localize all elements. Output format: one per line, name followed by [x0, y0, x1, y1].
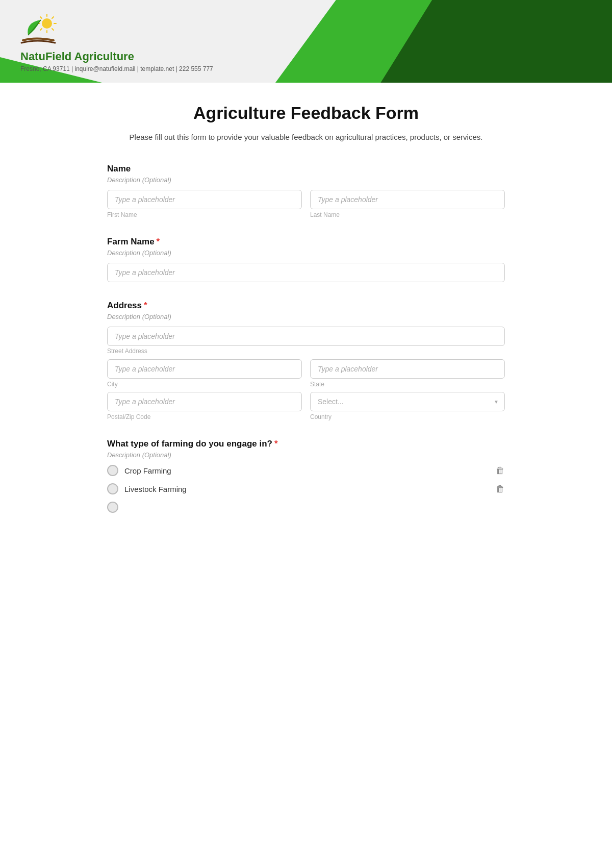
header: NatuField Agriculture Fresno, CA 93711 |… — [0, 0, 612, 83]
address-description: Description (Optional) — [107, 313, 505, 320]
crop-farming-radio[interactable] — [107, 465, 118, 476]
other-farming-radio[interactable] — [107, 502, 118, 513]
city-input[interactable] — [107, 359, 302, 379]
name-description: Description (Optional) — [107, 176, 505, 184]
farming-type-required: * — [274, 439, 278, 449]
livestock-farming-radio[interactable] — [107, 483, 118, 494]
name-label: Name — [107, 164, 505, 174]
farm-name-description: Description (Optional) — [107, 249, 505, 257]
name-section: Name Description (Optional) First Name L… — [107, 164, 505, 218]
company-logo — [20, 12, 61, 48]
state-group: State — [310, 359, 505, 388]
postal-sublabel: Postal/Zip Code — [107, 413, 302, 420]
address-section: Address* Description (Optional) Street A… — [107, 301, 505, 420]
city-state-row: City State — [107, 359, 505, 388]
address-label: Address* — [107, 301, 505, 311]
crop-farming-label: Crop Farming — [124, 466, 171, 475]
svg-line-6 — [52, 29, 54, 30]
farm-name-input[interactable] — [107, 263, 505, 282]
last-name-sublabel: Last Name — [310, 211, 505, 218]
last-name-input[interactable] — [310, 190, 505, 209]
other-farming-left — [107, 502, 124, 513]
company-name: NatuField Agriculture — [20, 50, 592, 63]
first-name-sublabel: First Name — [107, 211, 302, 218]
state-input[interactable] — [310, 359, 505, 379]
name-row: First Name Last Name — [107, 190, 505, 218]
livestock-farming-label: Livestock Farming — [124, 485, 187, 493]
country-select[interactable]: Select... United States Canada Australia… — [310, 392, 505, 411]
crop-farming-delete-icon[interactable]: 🗑 — [496, 465, 505, 476]
street-sublabel: Street Address — [107, 348, 147, 355]
other-farming-option — [107, 502, 505, 513]
header-content: NatuField Agriculture Fresno, CA 93711 |… — [0, 0, 612, 83]
farm-name-required: * — [157, 237, 160, 246]
svg-line-5 — [40, 17, 42, 18]
crop-farming-option: Crop Farming 🗑 — [107, 465, 505, 476]
svg-point-0 — [42, 18, 52, 29]
last-name-group: Last Name — [310, 190, 505, 218]
svg-line-7 — [52, 17, 54, 18]
main-content: Agriculture Feedback Form Please fill ou… — [76, 83, 536, 562]
country-group: Select... United States Canada Australia… — [310, 392, 505, 420]
city-group: City — [107, 359, 302, 388]
svg-line-8 — [40, 29, 42, 30]
farming-type-description: Description (Optional) — [107, 451, 505, 459]
postal-group: Postal/Zip Code — [107, 392, 302, 420]
postal-input[interactable] — [107, 392, 302, 411]
street-input[interactable] — [107, 327, 505, 346]
livestock-farming-delete-icon[interactable]: 🗑 — [496, 484, 505, 494]
farming-type-section: What type of farming do you engage in?* … — [107, 439, 505, 513]
address-required: * — [144, 301, 147, 310]
form-title: Agriculture Feedback Form — [107, 103, 505, 123]
livestock-farming-left: Livestock Farming — [107, 483, 187, 494]
postal-country-row: Postal/Zip Code Select... United States … — [107, 392, 505, 420]
livestock-farming-option: Livestock Farming 🗑 — [107, 483, 505, 494]
street-group: Street Address — [107, 327, 505, 355]
city-sublabel: City — [107, 381, 302, 388]
first-name-group: First Name — [107, 190, 302, 218]
crop-farming-left: Crop Farming — [107, 465, 171, 476]
first-name-input[interactable] — [107, 190, 302, 209]
form-subtitle: Please fill out this form to provide you… — [107, 131, 505, 143]
country-select-wrapper: Select... United States Canada Australia… — [310, 392, 505, 411]
farm-name-section: Farm Name* Description (Optional) — [107, 237, 505, 282]
company-contact: Fresno, CA 93711 | inquire@natufield.mai… — [20, 65, 592, 72]
farm-name-label: Farm Name* — [107, 237, 505, 247]
country-sublabel: Country — [310, 413, 505, 420]
farming-type-label: What type of farming do you engage in?* — [107, 439, 505, 449]
logo-area: NatuField Agriculture Fresno, CA 93711 |… — [20, 12, 592, 72]
state-sublabel: State — [310, 381, 505, 388]
